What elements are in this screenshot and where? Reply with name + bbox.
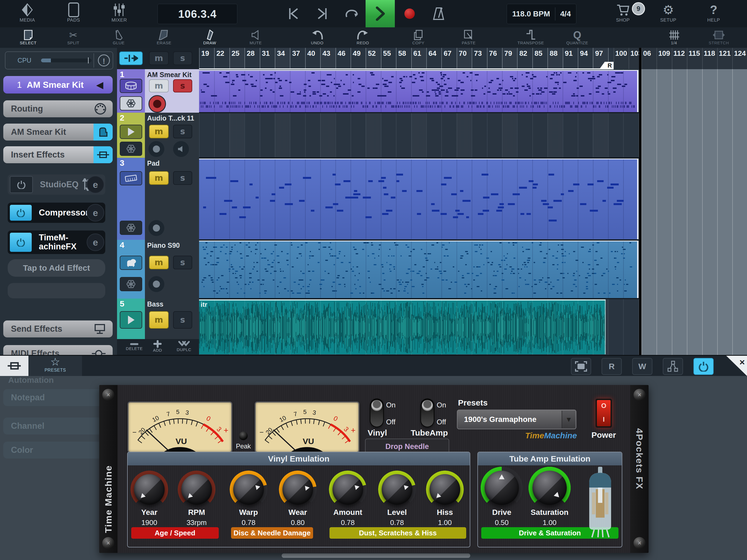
freeze-button[interactable] [120,96,142,110]
record-button[interactable] [404,8,415,19]
duplicate-track-button[interactable]: DUPLC [172,339,196,352]
studioeq-power-button[interactable] [10,176,33,193]
solo-button[interactable]: s [173,256,192,269]
routing-button[interactable]: Routing [3,100,113,117]
help-button[interactable]: ? HELP [707,0,720,27]
compressor-power-button[interactable] [10,205,32,221]
record-arm-button[interactable] [149,95,166,113]
midi-clip-pad[interactable] [199,159,639,239]
grid-resolution-button[interactable]: 1/4 [669,27,679,48]
timemachine-edit-button[interactable]: e [87,233,104,251]
routing-nodes-button[interactable] [663,358,683,375]
studioeq-edit-button[interactable]: e [87,176,104,193]
record-arm-button[interactable] [149,141,164,157]
transpose-button[interactable]: TRANSPOSE [517,27,544,48]
track-row[interactable]: 2 Audio T...ck 11 m s [117,113,199,158]
send-effects-button[interactable]: Send Effects [3,321,113,337]
fullscreen-button[interactable] [571,358,591,375]
track-row[interactable]: 5 Bass m s [117,299,199,339]
playhead[interactable] [639,48,641,355]
presets-tab[interactable]: ☆ PRESETS [28,356,82,376]
timeline-ruler[interactable]: 1922252831343740434649525558616467707376… [199,48,614,69]
shop-button[interactable]: SHOP [616,0,630,27]
pads-button[interactable]: PADS [67,0,80,27]
quantize-button[interactable]: QQUANTIZE [566,27,588,48]
split-tool[interactable]: ✂SPLIT [67,27,79,48]
track-selector-button[interactable]: 1 AM Smear Kit ◀ [3,76,113,94]
redo-button[interactable]: REDO [357,27,369,48]
knob-hiss[interactable] [429,473,461,506]
mixer-button[interactable]: MIXER [111,0,127,27]
instrument-button[interactable]: AM Smear Kit [3,124,113,141]
timemachine-power-button[interactable] [10,233,32,252]
synth-track-icon[interactable] [120,171,142,185]
audio-clip-bass[interactable] [199,299,606,354]
piano-track-icon[interactable] [120,256,142,270]
setup-button[interactable]: ⚙ SETUP [660,0,676,27]
tap-to-add-effect-button[interactable]: Tap to Add Effect [8,259,105,277]
global-solo-button[interactable]: s [173,51,192,65]
record-arm-button[interactable] [149,276,164,292]
automation-write-button[interactable]: W [632,358,652,375]
freeze-button[interactable] [120,142,142,156]
select-tool[interactable]: SELECT [20,27,36,48]
solo-button[interactable]: s [173,125,192,138]
track-row[interactable]: 1 AM Smear Kit m s [117,69,199,113]
play-button[interactable] [366,0,395,27]
knob-year[interactable] [133,473,166,506]
mute-button[interactable]: m [149,311,169,329]
midi-clip-piano[interactable] [199,240,639,298]
insert-effects-tab-active[interactable] [0,356,28,376]
auto-scroll-button[interactable] [119,51,143,65]
stretch-tool[interactable]: STRETCH [709,27,729,48]
automation-read-button[interactable]: R [601,358,622,375]
add-track-button[interactable]: ADD [147,339,169,353]
knob-saturation[interactable] [531,469,568,506]
midi-clip-am-smear-kit[interactable] [199,70,639,112]
knob-wear[interactable] [281,473,314,506]
insert-effects-button[interactable]: Insert Effects [3,146,113,163]
close-panel-button[interactable]: × [726,356,747,376]
track-row[interactable]: 4 Piano S90 m s [117,240,199,299]
knob-level[interactable] [381,473,413,506]
knob-rpm[interactable] [180,473,213,506]
knob-warp[interactable] [232,473,265,506]
paste-button[interactable]: PASTE [462,27,476,48]
power-switch[interactable]: O I [595,399,612,428]
time-display[interactable]: 106.3.4 [157,4,237,24]
mute-button[interactable]: m [149,125,169,138]
solo-button[interactable]: s [173,79,192,93]
mute-tool[interactable]: MUTE [250,27,262,48]
skip-end-button[interactable] [317,0,328,27]
effect-power-button[interactable] [693,358,714,375]
knob-amount[interactable] [331,473,364,506]
undo-button[interactable]: UNDO [311,27,324,48]
audio-track-icon[interactable] [120,311,142,329]
mute-button[interactable]: m [149,256,169,269]
glue-tool[interactable]: GLUE [113,27,125,48]
mute-button[interactable]: m [149,171,169,185]
insert-effects-tab[interactable] [94,146,113,163]
effect-slot-timemachine[interactable]: TimeM-achineFX e [8,230,105,254]
audio-track-icon[interactable] [120,125,142,139]
erase-tool[interactable]: ERASE [157,27,171,48]
monitor-button[interactable] [173,141,189,157]
copy-button[interactable]: COPY [412,27,424,48]
skip-start-button[interactable] [288,0,299,27]
timeline-ruler-dark[interactable]: 100103 [614,48,641,69]
vinyl-toggle[interactable] [370,399,383,427]
record-arm-button[interactable] [149,220,164,236]
delete-track-button[interactable]: DELETE [122,339,147,351]
horizontal-scrollbar[interactable] [282,554,470,558]
freeze-button[interactable] [120,277,142,291]
freeze-button[interactable] [120,221,142,235]
track-row[interactable]: 3 Pad m s [117,158,199,240]
preset-dropdown[interactable]: 1900's Gramaphone ▼ [457,410,576,429]
draw-tool[interactable]: DRAW [203,27,216,48]
effect-slot-studioeq[interactable]: StudioEQ e [8,175,105,195]
tubeamp-toggle[interactable] [421,399,434,427]
mute-button[interactable]: m [149,79,169,93]
metronome-button[interactable] [433,0,445,27]
midi-effects-button[interactable]: MIDI Effects [3,345,113,355]
compressor-edit-button[interactable]: e [87,204,104,222]
